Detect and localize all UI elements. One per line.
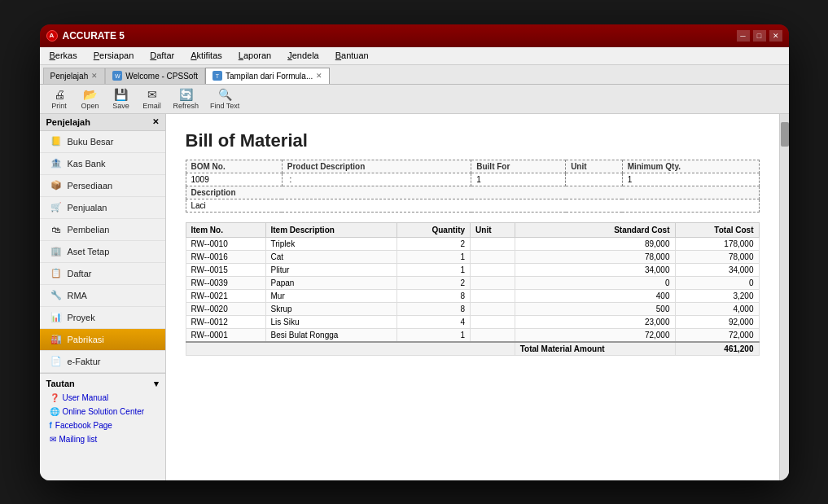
cell-unit: [471, 289, 515, 302]
sidebar-item-persediaan[interactable]: 📦 Persediaan: [40, 175, 165, 197]
close-button[interactable]: ✕: [769, 30, 782, 42]
penjualan-icon: 🛒: [50, 201, 63, 214]
tab-penjelajah-close[interactable]: ✕: [91, 72, 98, 80]
kas-bank-icon: 🏦: [50, 157, 63, 170]
sidebar-item-penjualan[interactable]: 🛒 Penjualan: [40, 197, 165, 219]
sidebar-header: Penjelajah ✕: [40, 114, 165, 131]
table-row: RW--0012 Lis Siku 4 23,000 92,000: [186, 315, 759, 328]
find-text-icon: 🔍: [218, 88, 232, 101]
sidebar-item-pabrikasi[interactable]: 🏭 Pabrikasi: [40, 329, 165, 351]
email-button[interactable]: ✉ Email: [139, 86, 165, 112]
tautan-section: Tautan ▾ ❓ User Manual 🌐 Online Solution…: [40, 373, 165, 449]
built-for-label: Built For: [471, 160, 566, 173]
persediaan-icon: 📦: [50, 179, 63, 192]
tab-tampilan-label: Tampilan dari Formula...: [226, 72, 313, 81]
sidebar-item-kas-bank-label: Kas Bank: [68, 159, 106, 169]
open-label: Open: [81, 102, 99, 110]
sidebar-item-penjualan-label: Penjualan: [68, 203, 107, 213]
tab-penjelajah[interactable]: Penjelajah ✕: [43, 68, 106, 84]
save-button[interactable]: 💾 Save: [108, 86, 134, 112]
col-total-cost: Total Cost: [675, 222, 759, 237]
minimize-button[interactable]: ─: [737, 30, 750, 42]
cell-standard-cost: 72,000: [515, 328, 675, 342]
refresh-button[interactable]: 🔄 Refresh: [170, 86, 203, 112]
email-label: Email: [142, 102, 161, 110]
buku-besar-icon: 📒: [50, 135, 63, 148]
total-material-label: Total Material Amount: [515, 342, 675, 356]
menu-item-aktifitas[interactable]: Aktifitas: [187, 49, 226, 62]
cell-item-no: RW--0039: [186, 276, 265, 289]
sidebar-item-aset-tetap-label: Aset Tetap: [68, 247, 110, 256]
sidebar-item-pembelian[interactable]: 🛍 Pembelian: [40, 219, 165, 241]
product-desc-label: Product Description: [282, 160, 471, 173]
col-quantity: Quantity: [396, 222, 470, 237]
menu-item-daftar[interactable]: Daftar: [147, 49, 177, 62]
tab-tampilan-close[interactable]: ✕: [316, 72, 322, 80]
col-item-no: Item No.: [186, 222, 265, 237]
scroll-bar[interactable]: [779, 114, 789, 480]
table-row: RW--0021 Mur 8 400 3,200: [186, 289, 759, 302]
tautan-mailing[interactable]: ✉ Mailing list: [46, 432, 159, 446]
user-manual-icon: ❓: [50, 393, 59, 402]
find-text-label: Find Text: [210, 102, 239, 110]
open-button[interactable]: 📂 Open: [77, 86, 103, 112]
find-text-button[interactable]: 🔍 Find Text: [207, 86, 243, 112]
tab-bar: Penjelajah ✕ W Welcome - CPSSoft T Tampi…: [40, 65, 789, 85]
cell-unit: [471, 276, 515, 289]
scroll-thumb[interactable]: [781, 122, 789, 147]
menu-item-laporan[interactable]: Laporan: [235, 49, 274, 62]
print-button[interactable]: 🖨 Print: [46, 86, 72, 112]
min-qty-value: 1: [622, 173, 759, 186]
cell-description: Cat: [265, 250, 396, 263]
sidebar-item-pembelian-label: Pembelian: [68, 225, 110, 234]
menu-item-berkas[interactable]: Berkas: [46, 49, 81, 62]
sidebar-item-kas-bank[interactable]: 🏦 Kas Bank: [40, 153, 165, 175]
col-unit: Unit: [471, 222, 515, 237]
cell-unit: [471, 250, 515, 263]
tab-tampilan[interactable]: T Tampilan dari Formula... ✕: [205, 68, 330, 84]
description-value: Laci: [186, 199, 759, 212]
unit-value: [566, 173, 622, 186]
sidebar-item-rma[interactable]: 🔧 RMA: [40, 285, 165, 307]
rma-icon: 🔧: [50, 289, 63, 302]
tautan-online-solution[interactable]: 🌐 Online Solution Center: [46, 405, 159, 419]
tautan-header: Tautan ▾: [46, 377, 159, 391]
sidebar-item-proyek[interactable]: 📊 Proyek: [40, 307, 165, 329]
tautan-collapse-icon[interactable]: ▾: [154, 379, 159, 389]
col-standard-cost: Standard Cost: [515, 222, 675, 237]
cell-unit: [471, 302, 515, 315]
tab-penjelajah-label: Penjelajah: [50, 72, 89, 81]
sidebar-item-aset-tetap[interactable]: 🏢 Aset Tetap: [40, 241, 165, 263]
menu-item-bantuan[interactable]: Bantuan: [332, 49, 372, 62]
cell-quantity: 1: [396, 328, 470, 342]
tab-welcome-favicon: W: [112, 71, 122, 81]
cell-standard-cost: 400: [515, 289, 675, 302]
sidebar-item-buku-besar[interactable]: 📒 Buku Besar: [40, 131, 165, 153]
cell-description: Papan: [265, 276, 396, 289]
total-value: 461,200: [675, 342, 759, 356]
menu-item-persiapan[interactable]: Persiapan: [90, 49, 138, 62]
main-area: Penjelajah ✕ 📒 Buku Besar 🏦 Kas Bank 📦 P…: [40, 114, 789, 480]
cell-description: Lis Siku: [265, 315, 396, 328]
sidebar-header-close[interactable]: ✕: [152, 117, 159, 126]
user-manual-label: User Manual: [63, 393, 109, 402]
tautan-user-manual[interactable]: ❓ User Manual: [46, 391, 159, 405]
document-area: Bill of Material BOM No. Product Descrip…: [166, 114, 779, 372]
table-row: RW--0020 Skrup 8 500 4,000: [186, 302, 759, 315]
maximize-button[interactable]: □: [753, 30, 766, 42]
aset-tetap-icon: 🏢: [50, 245, 63, 258]
document-title: Bill of Material: [186, 130, 760, 151]
cell-total-cost: 72,000: [675, 328, 759, 342]
tab-welcome[interactable]: W Welcome - CPSSoft: [105, 68, 205, 84]
tautan-header-label: Tautan: [46, 379, 75, 388]
menu-item-jendela[interactable]: Jendela: [284, 49, 322, 62]
cell-item-no: RW--0021: [186, 289, 265, 302]
sidebar-item-e-faktur[interactable]: 📄 e-Faktur: [40, 351, 165, 373]
sidebar-item-daftar[interactable]: 📋 Daftar: [40, 263, 165, 285]
tautan-facebook[interactable]: f Facebook Page: [46, 419, 159, 432]
online-solution-label: Online Solution Center: [63, 407, 145, 416]
online-solution-icon: 🌐: [50, 407, 59, 416]
cell-standard-cost: 78,000: [515, 250, 675, 263]
cell-description: Mur: [265, 289, 396, 302]
print-icon: 🖨: [54, 88, 65, 101]
